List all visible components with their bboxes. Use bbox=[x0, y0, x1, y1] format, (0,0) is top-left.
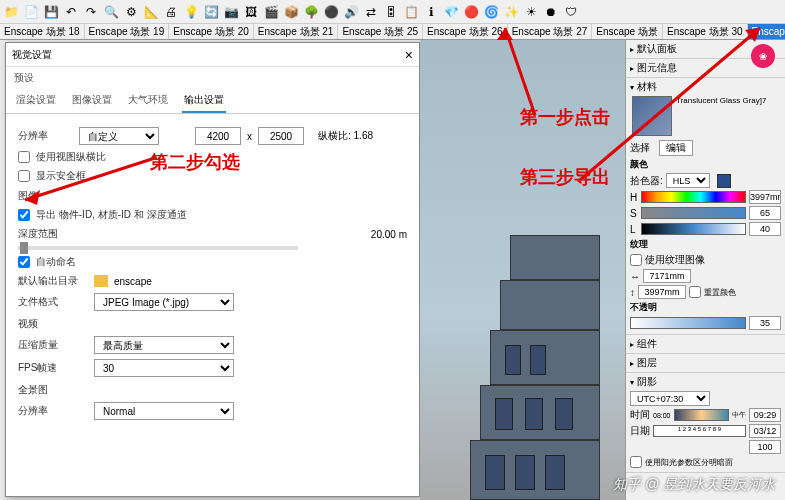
tex-h-input[interactable] bbox=[638, 285, 686, 299]
visual-settings-dialog: 视觉设置 × 预设 渲染设置 图像设置 大气环境 输出设置 分辨率 自定义 x … bbox=[5, 42, 420, 497]
reset-color-checkbox[interactable] bbox=[689, 286, 701, 298]
opacity-input[interactable] bbox=[749, 316, 781, 330]
shadow-head[interactable]: 阴影 bbox=[637, 375, 657, 389]
3d-viewport[interactable] bbox=[420, 40, 625, 500]
toolbar-icon-9[interactable]: 💡 bbox=[182, 3, 200, 21]
toolbar-icon-25[interactable]: ✨ bbox=[502, 3, 520, 21]
toolbar-icon-26[interactable]: ☀ bbox=[522, 3, 540, 21]
toolbar-icon-13[interactable]: 🎬 bbox=[262, 3, 280, 21]
toolbar-icon-15[interactable]: 🌳 bbox=[302, 3, 320, 21]
time-slider[interactable] bbox=[674, 409, 729, 421]
date-label: 日期 bbox=[630, 424, 650, 438]
toolbar-icon-4[interactable]: ↷ bbox=[82, 3, 100, 21]
tab-image[interactable]: 图像设置 bbox=[70, 89, 114, 113]
toolbar-icon-14[interactable]: 📦 bbox=[282, 3, 300, 21]
compress-select[interactable]: 最高质量 bbox=[94, 336, 234, 354]
fps-select[interactable]: 30 bbox=[94, 359, 234, 377]
use-sun-checkbox[interactable] bbox=[630, 456, 642, 468]
toolbar-icon-12[interactable]: 🖼 bbox=[242, 3, 260, 21]
tex-w-input[interactable] bbox=[643, 269, 691, 283]
scene-tab-8[interactable]: Enscape 场景 30 bbox=[663, 24, 748, 39]
scene-tab-3[interactable]: Enscape 场景 21 bbox=[254, 24, 339, 39]
toolbar-icon-20[interactable]: 📋 bbox=[402, 3, 420, 21]
lit-input[interactable] bbox=[749, 222, 781, 236]
export-ids-checkbox[interactable] bbox=[18, 209, 30, 221]
materials-head[interactable]: 材料 bbox=[637, 80, 657, 94]
select-btn[interactable]: 选择 bbox=[630, 141, 650, 155]
components-head[interactable]: 组件 bbox=[637, 337, 657, 351]
use-tex-checkbox[interactable] bbox=[630, 254, 642, 266]
tz-select[interactable]: UTC+07:30 bbox=[630, 391, 710, 406]
toolbar-icon-18[interactable]: ⇄ bbox=[362, 3, 380, 21]
hue-input[interactable] bbox=[749, 190, 781, 204]
use-tex-label: 使用纹理图像 bbox=[645, 253, 705, 267]
dialog-title: 视觉设置 bbox=[12, 48, 405, 62]
toolbar-icon-6[interactable]: ⚙ bbox=[122, 3, 140, 21]
opacity-head: 不透明 bbox=[630, 301, 781, 314]
viewport-ratio-checkbox[interactable] bbox=[18, 151, 30, 163]
autoname-label: 自动命名 bbox=[36, 255, 76, 269]
layers-head[interactable]: 图层 bbox=[637, 356, 657, 370]
hue-slider[interactable] bbox=[641, 191, 746, 203]
toolbar-icon-3[interactable]: ↶ bbox=[62, 3, 80, 21]
toolbar-icon-17[interactable]: 🔊 bbox=[342, 3, 360, 21]
toolbar-icon-27[interactable]: ⏺ bbox=[542, 3, 560, 21]
scene-tab-5[interactable]: Enscape 场景 26 bbox=[423, 24, 508, 39]
toolbar-icon-8[interactable]: 🖨 bbox=[162, 3, 180, 21]
format-select[interactable]: JPEG Image (*.jpg) bbox=[94, 293, 234, 311]
scene-tab-0[interactable]: Enscape 场景 18 bbox=[0, 24, 85, 39]
toolbar-icon-1[interactable]: 📄 bbox=[22, 3, 40, 21]
toolbar-icon-16[interactable]: ⚫ bbox=[322, 3, 340, 21]
toolbar-icon-0[interactable]: 📁 bbox=[2, 3, 20, 21]
folder-icon[interactable] bbox=[94, 275, 108, 287]
toolbar-icon-22[interactable]: 💎 bbox=[442, 3, 460, 21]
tray-panel: ▸默认面板 ▸图元信息 ▾材料 Translucent Glass Gray]7… bbox=[625, 40, 785, 500]
toolbar-icon-21[interactable]: ℹ bbox=[422, 3, 440, 21]
watermark: 知乎 @ 昱到水天要反河水 bbox=[613, 476, 775, 494]
opacity-slider[interactable] bbox=[630, 317, 746, 329]
outdir-label: 默认输出目录 bbox=[18, 274, 88, 288]
autoname-checkbox[interactable] bbox=[18, 256, 30, 268]
toolbar-icon-23[interactable]: 🔴 bbox=[462, 3, 480, 21]
close-icon[interactable]: × bbox=[405, 47, 413, 63]
picker-select[interactable]: HLS bbox=[666, 173, 710, 188]
res-height-input[interactable] bbox=[258, 127, 304, 145]
dialog-tabs: 渲染设置 图像设置 大气环境 输出设置 bbox=[6, 89, 419, 114]
scene-tab-7[interactable]: Enscape 场景 bbox=[592, 24, 663, 39]
toolbar-icon-7[interactable]: 📐 bbox=[142, 3, 160, 21]
pano-res-select[interactable]: Normal bbox=[94, 402, 234, 420]
toolbar-icon-10[interactable]: 🔄 bbox=[202, 3, 220, 21]
count-input[interactable] bbox=[749, 440, 781, 454]
res-width-input[interactable] bbox=[195, 127, 241, 145]
edit-btn[interactable]: 编辑 bbox=[659, 140, 693, 156]
tab-atmos[interactable]: 大气环境 bbox=[126, 89, 170, 113]
picker-label: 拾色器: bbox=[630, 174, 663, 188]
default-panel-label[interactable]: 默认面板 bbox=[637, 42, 677, 56]
scene-tab-4[interactable]: Enscape 场景 25 bbox=[338, 24, 423, 39]
sat-slider[interactable] bbox=[641, 207, 746, 219]
tab-render[interactable]: 渲染设置 bbox=[14, 89, 58, 113]
toolbar-icon-19[interactable]: 🎛 bbox=[382, 3, 400, 21]
meta-label[interactable]: 图元信息 bbox=[637, 61, 677, 75]
toolbar-icon-24[interactable]: 🌀 bbox=[482, 3, 500, 21]
safe-frame-label: 显示安全框 bbox=[36, 169, 86, 183]
scene-tab-6[interactable]: Enscape 场景 27 bbox=[508, 24, 593, 39]
safe-frame-checkbox[interactable] bbox=[18, 170, 30, 182]
scene-tab-2[interactable]: Enscape 场景 20 bbox=[169, 24, 254, 39]
toolbar-icon-2[interactable]: 💾 bbox=[42, 3, 60, 21]
date-slider[interactable]: 1 2 3 4 5 6 7 8 9 bbox=[653, 425, 746, 437]
video-section-head: 视频 bbox=[18, 317, 407, 331]
material-swatch[interactable] bbox=[632, 96, 672, 136]
toolbar-icon-28[interactable]: 🛡 bbox=[562, 3, 580, 21]
depth-slider[interactable] bbox=[18, 246, 298, 250]
scene-tab-9[interactable]: Enscape 场景 32 bbox=[748, 24, 785, 39]
toolbar-icon-5[interactable]: 🔍 bbox=[102, 3, 120, 21]
toolbar-icon-11[interactable]: 📷 bbox=[222, 3, 240, 21]
sat-input[interactable] bbox=[749, 206, 781, 220]
scene-tab-1[interactable]: Enscape 场景 19 bbox=[85, 24, 170, 39]
resolution-mode-select[interactable]: 自定义 bbox=[79, 127, 159, 145]
tab-output[interactable]: 输出设置 bbox=[182, 89, 226, 113]
time-input[interactable] bbox=[749, 408, 781, 422]
date-input[interactable] bbox=[749, 424, 781, 438]
lit-slider[interactable] bbox=[641, 223, 746, 235]
